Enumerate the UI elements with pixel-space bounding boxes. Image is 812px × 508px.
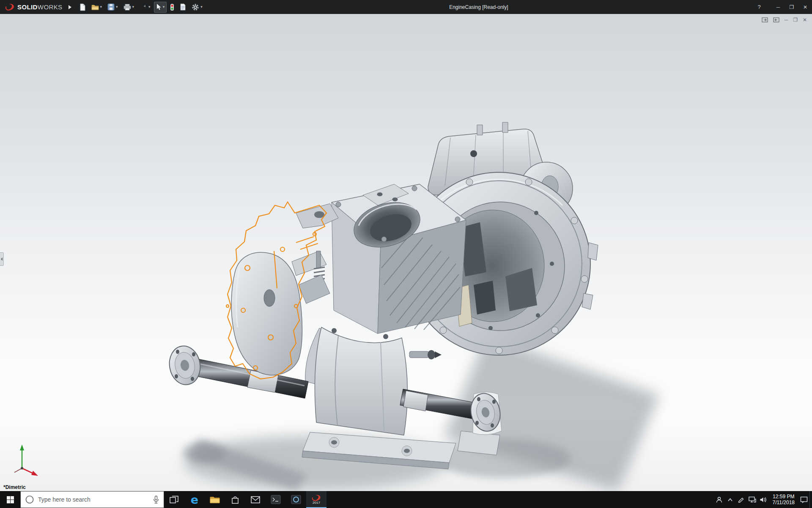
- graphics-viewport[interactable]: ─ ❐ ✕ *Dimetric: [0, 14, 812, 491]
- show-desktop-button[interactable]: [809, 491, 812, 508]
- clock-time: 12:59 PM: [773, 494, 795, 500]
- edge-icon: e: [191, 494, 198, 505]
- solidworks-logo: SOLIDWORKS: [0, 0, 66, 14]
- dropdown-arrow-icon[interactable]: ▾: [116, 5, 118, 9]
- window-title: EngineCasing [Read-only]: [205, 4, 753, 10]
- open-button[interactable]: ▾: [89, 2, 104, 13]
- start-button[interactable]: [0, 491, 20, 508]
- view-orientation-label: *Dimetric: [3, 484, 26, 490]
- mail-app-button[interactable]: [245, 491, 266, 508]
- system-tray: 12:59 PM 7/11/2018: [714, 491, 812, 508]
- options-button[interactable]: ▾: [189, 2, 205, 13]
- engine-casing-model[interactable]: [0, 14, 812, 491]
- command-prompt-button[interactable]: [266, 491, 286, 508]
- new-document-icon: [79, 3, 86, 11]
- undo-button[interactable]: ▾: [137, 2, 153, 13]
- document-window-controls: ─ ❐ ✕: [762, 17, 807, 22]
- command-prompt-icon: [271, 495, 281, 504]
- solidworks-version-label: 2017: [313, 501, 320, 505]
- microsoft-store-button[interactable]: [225, 491, 245, 508]
- microphone-icon[interactable]: [153, 495, 159, 504]
- volume-icon[interactable]: [758, 491, 769, 508]
- close-button[interactable]: ✕: [798, 0, 812, 14]
- windows-logo-icon: [6, 496, 14, 504]
- document-minimize-button[interactable]: ─: [785, 17, 788, 22]
- people-button[interactable]: [714, 491, 725, 508]
- task-view-button[interactable]: [164, 491, 184, 508]
- file-explorer-icon: [210, 495, 220, 504]
- search-input[interactable]: [38, 496, 149, 503]
- ds-logo-icon: [4, 3, 15, 11]
- expand-display-pane-icon[interactable]: [773, 17, 779, 22]
- window-controls: ? ─ ❐ ✕: [753, 0, 812, 14]
- taskbar-search-box[interactable]: [20, 491, 164, 508]
- solidworks-window: SOLIDWORKS ▾: [0, 0, 812, 508]
- photos-app-icon: [291, 495, 301, 504]
- orientation-triad[interactable]: [6, 440, 39, 477]
- taskbar-clock[interactable]: 12:59 PM 7/11/2018: [769, 494, 799, 505]
- cortana-icon: [25, 495, 34, 504]
- hidden-icons-chevron[interactable]: [725, 491, 736, 508]
- maximize-button[interactable]: ❐: [785, 0, 798, 14]
- help-button[interactable]: ?: [753, 0, 765, 14]
- rebuild-button[interactable]: [168, 2, 176, 13]
- windows-taskbar: e: [0, 491, 812, 508]
- mail-icon: [251, 496, 260, 503]
- select-cursor-icon: [156, 3, 162, 11]
- document-restore-button[interactable]: ❐: [793, 17, 798, 22]
- network-icon[interactable]: [747, 491, 758, 508]
- cylinder-block[interactable]: [332, 184, 466, 334]
- dropdown-arrow-icon[interactable]: ▾: [148, 5, 151, 9]
- file-properties-button[interactable]: [178, 2, 188, 13]
- open-folder-icon: [91, 4, 99, 11]
- dropdown-arrow-icon[interactable]: ▾: [100, 5, 102, 9]
- new-document-button[interactable]: [77, 2, 88, 13]
- rebuild-stoplight-icon: [170, 3, 174, 11]
- edge-browser-button[interactable]: e: [184, 491, 205, 508]
- brand-text: SOLIDWORKS: [17, 3, 63, 11]
- document-close-button[interactable]: ✕: [803, 17, 807, 22]
- save-icon: [107, 3, 115, 11]
- save-button[interactable]: ▾: [105, 2, 120, 13]
- dropdown-arrow-icon[interactable]: ▾: [200, 5, 203, 9]
- options-gear-icon: [192, 3, 199, 11]
- titlebar: SOLIDWORKS ▾: [0, 0, 812, 14]
- file-properties-icon: [180, 3, 186, 11]
- photos-app-button[interactable]: [286, 491, 306, 508]
- task-pane-collapse-tab[interactable]: [0, 252, 4, 266]
- quick-access-toolbar: ▾ ▾ ▾: [77, 2, 205, 13]
- clock-date: 7/11/2018: [773, 500, 795, 505]
- undo-icon: [140, 4, 147, 10]
- action-center-button[interactable]: [798, 491, 809, 508]
- print-icon: [123, 4, 131, 11]
- select-tool-button[interactable]: ▾: [154, 2, 167, 13]
- print-button[interactable]: ▾: [121, 2, 137, 13]
- dropdown-arrow-icon[interactable]: ▾: [132, 5, 134, 9]
- minimize-button[interactable]: ─: [771, 0, 785, 14]
- store-icon: [231, 495, 239, 504]
- solidworks-taskbar-button[interactable]: 2017: [306, 491, 326, 508]
- windows-ink-icon[interactable]: [736, 491, 747, 508]
- task-view-icon: [170, 495, 179, 504]
- menu-flyout-arrow-icon[interactable]: [66, 2, 74, 13]
- expand-feature-pane-icon[interactable]: [762, 17, 768, 22]
- file-explorer-button[interactable]: [205, 491, 225, 508]
- dropdown-arrow-icon[interactable]: ▾: [163, 5, 165, 9]
